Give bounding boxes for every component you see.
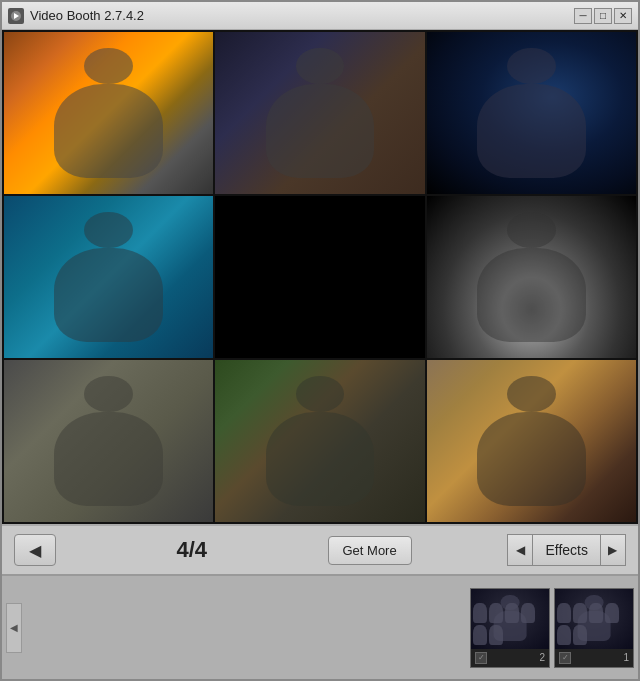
get-more-button[interactable]: Get More <box>328 536 412 565</box>
main-window: Video Booth 2.7.4.2 ─ □ ✕ <box>0 0 640 681</box>
silhouette-overlay-7 <box>4 360 213 522</box>
filmstrip-check-1[interactable]: ✓ <box>475 652 487 664</box>
filmstrip-footer-1: ✓ 2 <box>471 649 549 667</box>
filmstrip-img-dark-1 <box>471 589 549 649</box>
back-button[interactable]: ◀ <box>14 534 56 566</box>
effects-group: ◀ Effects ▶ <box>507 534 626 566</box>
filmstrip-item-1[interactable]: ✓ 2 <box>470 588 550 668</box>
back-arrow-icon: ◀ <box>29 541 41 560</box>
filmstrip-scroll-left[interactable]: ◀ <box>6 603 22 653</box>
window-controls: ─ □ ✕ <box>574 8 632 24</box>
filmstrip-footer-2: ✓ 1 <box>555 649 633 667</box>
toolbar: ◀ 4/4 Get More ◀ Effects ▶ <box>2 524 638 574</box>
effects-next-button[interactable]: ▶ <box>600 534 626 566</box>
grid-cell-3[interactable] <box>427 32 636 194</box>
effects-prev-button[interactable]: ◀ <box>507 534 533 566</box>
effects-label: Effects <box>533 534 600 566</box>
app-icon <box>8 8 24 24</box>
grid-cell-6[interactable] <box>427 196 636 358</box>
silhouette-overlay-8 <box>215 360 424 522</box>
filmstrip: ◀ <box>2 574 638 679</box>
filmstrip-content: ✓ 2 <box>26 576 634 679</box>
title-bar: Video Booth 2.7.4.2 ─ □ ✕ <box>2 2 638 30</box>
grid-cell-8[interactable] <box>215 360 424 522</box>
grid-cell-9[interactable] <box>427 360 636 522</box>
filmstrip-num-2: 1 <box>623 652 629 663</box>
silhouette-overlay-6 <box>427 196 636 358</box>
filmstrip-img-dark-2 <box>555 589 633 649</box>
silhouette-overlay-1 <box>4 32 213 194</box>
image-grid <box>2 30 638 524</box>
grid-cell-5[interactable] <box>215 196 424 358</box>
close-button[interactable]: ✕ <box>614 8 632 24</box>
filmstrip-item-2[interactable]: ✓ 1 <box>554 588 634 668</box>
minimize-button[interactable]: ─ <box>574 8 592 24</box>
title-bar-left: Video Booth 2.7.4.2 <box>8 8 144 24</box>
maximize-button[interactable]: □ <box>594 8 612 24</box>
filmstrip-img-2 <box>555 589 633 649</box>
silhouette-overlay-4 <box>4 196 213 358</box>
filmstrip-img-1 <box>471 589 549 649</box>
filmstrip-check-2[interactable]: ✓ <box>559 652 571 664</box>
grid-cell-4[interactable] <box>4 196 213 358</box>
silhouette-overlay-9 <box>427 360 636 522</box>
silhouette-overlay-2 <box>215 32 424 194</box>
grid-cell-7[interactable] <box>4 360 213 522</box>
window-title: Video Booth 2.7.4.2 <box>30 8 144 23</box>
silhouette-overlay-3 <box>427 32 636 194</box>
grid-cell-2[interactable] <box>215 32 424 194</box>
filmstrip-num-1: 2 <box>539 652 545 663</box>
page-counter: 4/4 <box>152 537 232 563</box>
grid-cell-1[interactable] <box>4 32 213 194</box>
